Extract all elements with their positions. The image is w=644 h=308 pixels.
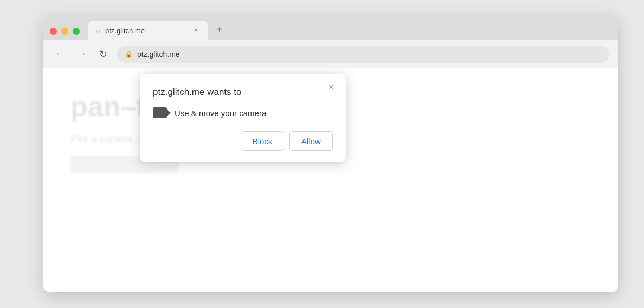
popup-title: ptz.glitch.me wants to xyxy=(153,87,333,98)
permission-popup: × ptz.glitch.me wants to Use & move your… xyxy=(140,74,346,162)
popup-buttons: Block Allow xyxy=(153,131,333,151)
allow-button[interactable]: Allow xyxy=(289,131,333,151)
content-area: pan–til Pick a camera... × ptz.glitch.me… xyxy=(43,68,618,292)
forward-button[interactable]: → xyxy=(74,47,89,62)
close-traffic-light[interactable] xyxy=(50,28,57,35)
permission-row: Use & move your camera xyxy=(153,107,333,118)
tab-title: ptz.glitch.me xyxy=(105,27,187,35)
reload-button[interactable]: ↻ xyxy=(95,47,111,62)
back-button[interactable]: ← xyxy=(52,47,67,62)
tab-bar: ⁙ ptz.glitch.me × + xyxy=(43,15,618,40)
traffic-lights xyxy=(50,28,80,35)
permission-label: Use & move your camera xyxy=(175,108,266,118)
camera-icon xyxy=(153,107,167,118)
minimize-traffic-light[interactable] xyxy=(61,28,68,35)
address-bar[interactable]: 🔒 ptz.glitch.me xyxy=(117,46,609,63)
tab-close-button[interactable]: × xyxy=(191,25,201,35)
popup-close-button[interactable]: × xyxy=(325,81,337,93)
maximize-traffic-light[interactable] xyxy=(73,28,80,35)
nav-bar: ← → ↻ 🔒 ptz.glitch.me xyxy=(43,40,618,68)
new-tab-button[interactable]: + xyxy=(212,22,227,37)
address-text: ptz.glitch.me xyxy=(137,50,180,59)
browser-window: ⁙ ptz.glitch.me × + ← → ↻ 🔒 ptz.glitch.m… xyxy=(43,15,618,292)
active-tab[interactable]: ⁙ ptz.glitch.me × xyxy=(88,21,208,40)
tab-drag-icon: ⁙ xyxy=(95,27,101,35)
block-button[interactable]: Block xyxy=(241,131,284,151)
lock-icon: 🔒 xyxy=(125,50,133,58)
